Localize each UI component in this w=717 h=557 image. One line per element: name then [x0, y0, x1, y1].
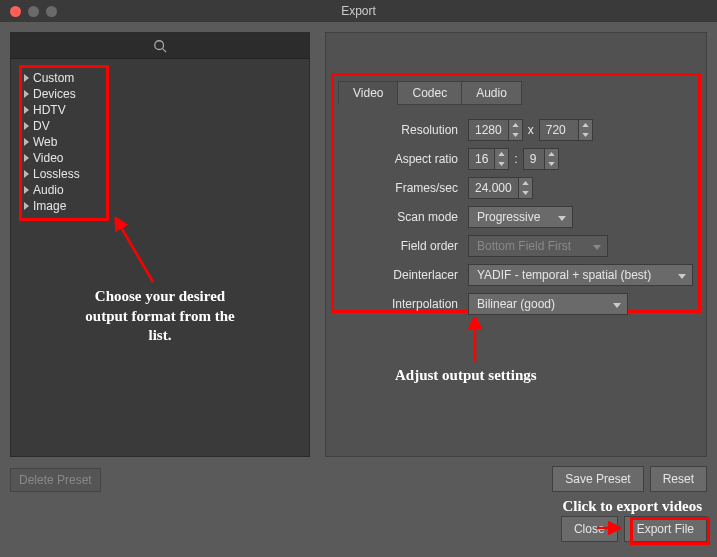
sidebar-item-web[interactable]: Web	[22, 134, 106, 150]
svg-line-1	[163, 48, 167, 52]
annotation-export: Click to export videos	[562, 498, 702, 515]
chevron-right-icon	[24, 106, 29, 114]
value: 720	[540, 123, 578, 137]
chevron-right-icon	[24, 122, 29, 130]
annotation-arrow-icon	[465, 317, 485, 367]
annotation-arrow-icon	[113, 217, 163, 287]
sidebar-item-label: Lossless	[33, 167, 80, 181]
annotation-right: Adjust output settings	[395, 367, 537, 384]
action-buttons: Close Export File	[561, 516, 707, 542]
sidebar-item-dv[interactable]: DV	[22, 118, 106, 134]
chevron-down-icon[interactable]	[495, 159, 508, 169]
chevron-right-icon	[24, 170, 29, 178]
chevron-down-icon	[558, 210, 566, 224]
export-file-button[interactable]: Export File	[624, 516, 707, 542]
settings-form: Resolution 1280 x 720 Aspect ratio 16 :	[338, 118, 694, 321]
sidebar-item-custom[interactable]: Custom	[22, 70, 106, 86]
sidebar-item-label: Devices	[33, 87, 76, 101]
value: Bilinear (good)	[477, 297, 555, 311]
close-icon[interactable]	[10, 6, 21, 17]
tab-codec[interactable]: Codec	[397, 81, 462, 105]
resolution-label: Resolution	[338, 123, 468, 137]
chevron-down-icon	[678, 268, 686, 282]
value: 24.000	[469, 181, 518, 195]
window-controls	[0, 6, 57, 17]
sidebar-item-label: Video	[33, 151, 63, 165]
annotation-arrow-icon	[595, 521, 625, 535]
interpolation-dropdown[interactable]: Bilinear (good)	[468, 293, 628, 315]
value: YADIF - temporal + spatial (best)	[477, 268, 651, 282]
search-input[interactable]	[11, 33, 309, 59]
chevron-right-icon	[24, 186, 29, 194]
fps-stepper[interactable]: 24.000	[468, 177, 533, 199]
value: Bottom Field First	[477, 239, 571, 253]
sidebar-item-hdtv[interactable]: HDTV	[22, 102, 106, 118]
save-preset-button[interactable]: Save Preset	[552, 466, 643, 492]
resolution-height-stepper[interactable]: 720	[539, 119, 593, 141]
sidebar-item-image[interactable]: Image	[22, 198, 106, 214]
aspect-h-stepper[interactable]: 9	[523, 148, 559, 170]
deinterlacer-dropdown[interactable]: YADIF - temporal + spatial (best)	[468, 264, 693, 286]
separator: x	[528, 123, 534, 137]
chevron-down-icon[interactable]	[545, 159, 558, 169]
chevron-right-icon	[24, 138, 29, 146]
chevron-right-icon	[24, 90, 29, 98]
chevron-down-icon	[613, 297, 621, 311]
resolution-width-stepper[interactable]: 1280	[468, 119, 523, 141]
reset-button[interactable]: Reset	[650, 466, 707, 492]
preset-buttons: Save Preset Reset	[552, 466, 707, 492]
svg-point-0	[155, 40, 164, 49]
chevron-up-icon[interactable]	[579, 120, 592, 130]
sidebar-item-label: Audio	[33, 183, 64, 197]
value: 16	[469, 152, 494, 166]
scan-mode-dropdown[interactable]: Progressive	[468, 206, 573, 228]
content: Custom Devices HDTV DV Web Video Lossles…	[0, 22, 717, 557]
titlebar: Export	[0, 0, 717, 22]
tab-video[interactable]: Video	[338, 81, 398, 105]
value: 1280	[469, 123, 508, 137]
aspect-w-stepper[interactable]: 16	[468, 148, 509, 170]
chevron-down-icon[interactable]	[509, 130, 522, 140]
chevron-right-icon	[24, 74, 29, 82]
field-order-dropdown: Bottom Field First	[468, 235, 608, 257]
settings-panel: Video Codec Audio Resolution 1280 x 720 …	[325, 32, 707, 457]
preset-tree: Custom Devices HDTV DV Web Video Lossles…	[11, 59, 309, 227]
chevron-down-icon[interactable]	[519, 188, 532, 198]
tab-row: Video Codec Audio	[338, 81, 522, 105]
scan-label: Scan mode	[338, 210, 468, 224]
fps-label: Frames/sec	[338, 181, 468, 195]
chevron-up-icon[interactable]	[495, 149, 508, 159]
chevron-down-icon	[593, 239, 601, 253]
sidebar-item-devices[interactable]: Devices	[22, 86, 106, 102]
field-label: Field order	[338, 239, 468, 253]
sidebar-item-video[interactable]: Video	[22, 150, 106, 166]
sidebar-item-audio[interactable]: Audio	[22, 182, 106, 198]
chevron-up-icon[interactable]	[509, 120, 522, 130]
minimize-icon[interactable]	[28, 6, 39, 17]
chevron-right-icon	[24, 202, 29, 210]
preset-highlight-box: Custom Devices HDTV DV Web Video Lossles…	[19, 65, 109, 221]
tab-audio[interactable]: Audio	[461, 81, 522, 105]
interpolation-label: Interpolation	[338, 297, 468, 311]
sidebar-item-label: Image	[33, 199, 66, 213]
chevron-up-icon[interactable]	[519, 178, 532, 188]
annotation-left: Choose your desired output format from t…	[75, 287, 245, 346]
chevron-right-icon	[24, 154, 29, 162]
search-icon	[153, 39, 167, 53]
chevron-up-icon[interactable]	[545, 149, 558, 159]
sidebar-item-label: HDTV	[33, 103, 66, 117]
delete-preset-button: Delete Preset	[10, 468, 101, 492]
separator: :	[514, 152, 517, 166]
chevron-down-icon[interactable]	[579, 130, 592, 140]
value: Progressive	[477, 210, 540, 224]
value: 9	[524, 152, 544, 166]
sidebar-item-lossless[interactable]: Lossless	[22, 166, 106, 182]
sidebar-item-label: Web	[33, 135, 57, 149]
sidebar-item-label: DV	[33, 119, 50, 133]
svg-line-2	[118, 222, 153, 282]
aspect-label: Aspect ratio	[338, 152, 468, 166]
deinterlacer-label: Deinterlacer	[338, 268, 468, 282]
maximize-icon[interactable]	[46, 6, 57, 17]
sidebar-item-label: Custom	[33, 71, 74, 85]
window-title: Export	[0, 4, 717, 18]
